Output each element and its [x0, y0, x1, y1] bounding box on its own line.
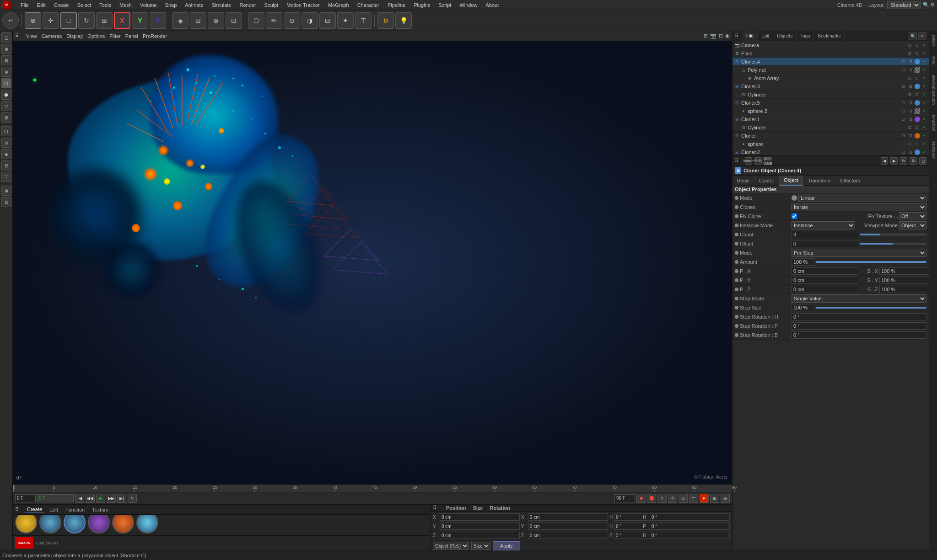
left-btn-2[interactable]: ⊕ [1, 44, 11, 54]
mat-tab-function[interactable]: Function [64, 507, 86, 512]
search-icon[interactable]: 🔍 [923, 2, 929, 8]
om-render-icon-camera[interactable]: ◻ [914, 42, 920, 48]
left-btn-9[interactable]: ⬡ [1, 126, 11, 136]
skip-start-btn[interactable]: |◀ [75, 494, 84, 503]
rv-tab-object[interactable]: Object [931, 33, 936, 48]
instance-mode-select[interactable]: Instance Render Instance Multi-Instance [792, 221, 855, 229]
om-check-icon-cylinder1[interactable]: ✓ [921, 91, 927, 98]
om-visible-icon-cylinder1[interactable]: ◻ [906, 91, 913, 98]
transform-tool-btn[interactable]: ⊞ [96, 12, 113, 29]
om-tab-objects[interactable]: Objects [773, 31, 797, 41]
om-check-icon-plain[interactable]: ✓ [921, 50, 927, 57]
om-tab-file[interactable]: File [743, 31, 758, 41]
mat-item-mat1b[interactable]: Mat.1 [136, 515, 158, 535]
py-input[interactable] [792, 277, 858, 284]
pz-input[interactable] [792, 286, 858, 293]
menu-select[interactable]: Select [76, 2, 93, 8]
mat-tab-create[interactable]: Create [25, 507, 44, 512]
fix-clone-checkbox[interactable] [792, 213, 797, 219]
om-visible-icon-polynet[interactable]: ◻ [900, 67, 906, 73]
om-render-icon-cloner3[interactable]: ◻ [907, 83, 914, 90]
menu-about[interactable]: About [485, 2, 501, 8]
viewport-view-menu[interactable]: View [26, 33, 37, 39]
rv-tab-content[interactable]: Content Browser [931, 73, 936, 107]
size-x-input[interactable] [528, 513, 608, 521]
menu-character[interactable]: Character [356, 2, 381, 8]
fix-texture-select[interactable]: Off On [899, 212, 926, 220]
size-z-input[interactable] [528, 532, 608, 539]
om-visible-icon-sphere[interactable]: ◻ [906, 141, 913, 147]
px-input[interactable] [792, 267, 858, 275]
om-drag-handle[interactable]: ⠿ [735, 33, 741, 39]
om-check-icon-polynet[interactable]: ✓ [921, 67, 927, 73]
menu-sculpt[interactable]: Sculpt [263, 2, 280, 8]
om-visible-icon-sphere2a[interactable]: ◻ [900, 108, 906, 114]
step-mode-select[interactable]: Single Value Per Axis [792, 294, 926, 303]
left-btn-14[interactable]: ⊕ [1, 186, 11, 196]
menu-mesh[interactable]: Mesh [118, 2, 133, 8]
menu-pipeline[interactable]: Pipeline [386, 2, 407, 8]
attr-drag-handle[interactable]: ⠿ [735, 158, 741, 164]
mat-item-mat[interactable]: Mat [112, 515, 134, 535]
left-btn-13[interactable]: ⊤ [1, 172, 11, 182]
scale-tool-btn[interactable]: □ [60, 12, 77, 29]
om-item-cloner2[interactable]: ⊞ Cloner.2 ◻ ◻ ✓ [732, 148, 929, 155]
transform-drag-handle[interactable]: ⠿ [433, 505, 439, 511]
left-btn-3[interactable]: ⊠ [1, 55, 11, 65]
attr-tab-basic[interactable]: Basic [732, 176, 754, 186]
left-btn-1[interactable]: ◻ [1, 32, 11, 43]
mat-drag-handle[interactable]: ⠿ [15, 507, 22, 513]
scene-btn[interactable]: ⚙ [377, 12, 394, 29]
add-key-btn[interactable]: ➕ [668, 494, 677, 503]
om-check-icon-camera[interactable]: ✓ [921, 42, 927, 48]
mat-item-mat3b[interactable]: Mat.3 [39, 515, 61, 535]
play-btn[interactable]: ▶ [96, 494, 105, 503]
keyframe-btn[interactable]: ⊛ [208, 12, 224, 29]
viewport-grid-icon[interactable]: ⊟ [719, 33, 723, 39]
om-render-icon-cloner4[interactable]: ◻ [907, 59, 914, 65]
camera-btn[interactable]: ⊟ [319, 12, 336, 29]
offset-input[interactable] [792, 240, 858, 247]
pos-y-input[interactable] [440, 523, 520, 530]
viewport-options-menu[interactable]: Options [87, 33, 105, 39]
rotate-tool-btn[interactable]: ↻ [78, 12, 95, 29]
left-btn-12[interactable]: ⊟ [1, 160, 11, 171]
om-item-atom-array[interactable]: ⊕ Atom Array ◻ ◻ ✓ [732, 74, 929, 82]
attr-tab-object[interactable]: Object [779, 176, 803, 186]
om-render-icon-sphere[interactable]: ◻ [914, 141, 920, 147]
menu-motion-tracker[interactable]: Motion Tracker [285, 2, 321, 8]
rv-tab-take[interactable]: Take [931, 55, 936, 66]
count-slider[interactable] [860, 234, 926, 235]
deform-btn[interactable]: ◑ [302, 12, 318, 29]
timeline-expand-btn[interactable]: ⊟ [721, 494, 730, 503]
layout-select[interactable]: Standard [887, 1, 921, 9]
end-frame-input[interactable] [614, 494, 635, 502]
om-check-icon-atom-array[interactable]: ✓ [921, 75, 927, 81]
om-filter-icon[interactable]: ≡ [918, 32, 926, 40]
menu-tools[interactable]: Tools [98, 2, 113, 8]
mode-select[interactable]: Linear Grid Array Radial Object [798, 194, 926, 202]
current-frame-input[interactable] [15, 494, 36, 502]
om-tab-tags[interactable]: Tags [797, 31, 814, 41]
keyframe-help-btn[interactable]: ? [657, 494, 667, 503]
z-axis-btn[interactable]: Z [150, 12, 166, 29]
om-render-icon-cylinder1[interactable]: ◻ [914, 91, 920, 98]
viewport-filter-menu[interactable]: Filter [109, 33, 120, 39]
pos-z-input[interactable] [440, 532, 520, 539]
menu-render[interactable]: Render [238, 2, 257, 8]
srb-input[interactable] [792, 331, 926, 339]
apply-button[interactable]: Apply [493, 541, 520, 550]
om-check-icon-sphere[interactable]: ✓ [921, 141, 927, 147]
render-btn[interactable]: 💡 [395, 12, 412, 29]
om-check-icon-cloner3[interactable]: ✓ [921, 83, 927, 90]
viewport-panel-menu[interactable]: Panel [125, 33, 138, 39]
om-render-icon-cloner1[interactable]: ◻ [907, 116, 914, 123]
more-options-btn[interactable]: ⊞ [710, 494, 719, 503]
transform-size-select[interactable]: Size [471, 542, 490, 550]
om-visible-icon-cloner2[interactable]: ◻ [900, 149, 906, 155]
motion-btn[interactable]: ⊡ [226, 12, 242, 29]
skip-end-btn[interactable]: ▶| [117, 494, 126, 503]
srh-input[interactable] [792, 313, 926, 320]
attr-refresh-btn[interactable]: ↻ [900, 157, 907, 165]
menu-plugins[interactable]: Plugins [412, 2, 431, 8]
